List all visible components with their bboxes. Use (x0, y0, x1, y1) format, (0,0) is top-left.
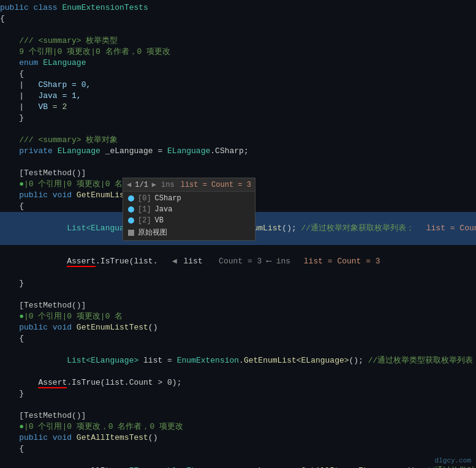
code-line: /// <summary> 枚举类型 (0, 36, 476, 47)
code-editor: public class EnumExtensionTests { /// <s… (0, 0, 476, 468)
code-line: Assert.IsTrue(list.Count > 0); (0, 377, 476, 388)
code-line: | CSharp = 0, (0, 80, 476, 91)
tooltip-nav-left[interactable]: ◀ (127, 180, 131, 189)
item-value-2: VB (155, 216, 164, 225)
tooltip-label: ins (161, 181, 175, 189)
tooltip-orig-view[interactable]: 原始视图 (123, 226, 255, 239)
code-line: ●|0 个引用|0 项更改，0 名作者，0 项更改 (0, 421, 476, 432)
code-line: { (0, 333, 476, 344)
tooltip-header: ◀ 1/1 ▶ ins list = Count = 3 (123, 178, 255, 192)
code-line (0, 124, 476, 135)
code-line: /// <summary> 枚举对象 (0, 135, 476, 146)
code-line: public void GetAllItemsTest() (0, 432, 476, 443)
code-line: 9 个引用|0 项更改|0 名作者，0 项更改 (0, 47, 476, 58)
code-line: public class EnumExtensionTests (0, 2, 476, 13)
tooltip-nav-right[interactable]: ▶ (152, 180, 156, 189)
code-line: public void GetEnumListTest() (0, 322, 476, 333)
code-line: { (0, 443, 476, 455)
item-icon-2 (128, 217, 134, 224)
item-index-0: [0] (138, 194, 151, 203)
code-line: Assert.IsTrue(list. ◀ list Count = 3 ⟵ i… (0, 245, 476, 278)
code-line: } (0, 278, 476, 289)
code-line: var allItems IEnumerable<ELanguage> = _e… (0, 455, 476, 468)
code-line: List<ELanguage> list = EnumExtension.Get… (0, 344, 476, 377)
code-line: } (0, 388, 476, 399)
code-line: { (0, 13, 476, 25)
code-line: ●|0 个引用|0 项更改|0 名 (0, 311, 476, 322)
code-line: enum ELanguage (0, 58, 476, 69)
item-icon-0 (128, 195, 134, 202)
code-line: [TestMethod()] (0, 410, 476, 421)
tooltip-counter: 1/1 (135, 181, 148, 189)
code-line: private ELanguage _eLanguage = ELanguage… (0, 146, 476, 157)
orig-view-icon (128, 230, 134, 236)
code-line: [TestMethod()] (0, 300, 476, 311)
code-line (0, 157, 476, 168)
orig-view-label: 原始视图 (138, 227, 167, 238)
code-line: } (0, 113, 476, 124)
item-index-2: [2] (138, 216, 151, 225)
tooltip-count-text: list = Count = 3 (181, 181, 251, 189)
code-line: | Java = 1, (0, 91, 476, 102)
code-line: | VB = 2 (0, 102, 476, 113)
item-value-1: Java (155, 205, 173, 214)
code-line: { (0, 69, 476, 80)
tooltip-item-0[interactable]: [0] CSharp (123, 193, 255, 204)
item-value-0: CSharp (155, 194, 181, 203)
code-line (0, 25, 476, 36)
debugger-tooltip[interactable]: ◀ 1/1 ▶ ins list = Count = 3 [0] CSharp … (123, 178, 255, 241)
watermark: dlgcy.com (435, 457, 471, 464)
tooltip-items-list: [0] CSharp [1] Java [2] VB 原始视图 (123, 192, 255, 240)
item-icon-1 (128, 206, 134, 213)
tooltip-item-2[interactable]: [2] VB (123, 215, 255, 226)
code-line (0, 399, 476, 410)
code-line (0, 289, 476, 300)
debug-nav-left[interactable]: ◀ (172, 257, 177, 266)
tooltip-item-1[interactable]: [1] Java (123, 204, 255, 215)
item-index-1: [1] (138, 205, 151, 214)
